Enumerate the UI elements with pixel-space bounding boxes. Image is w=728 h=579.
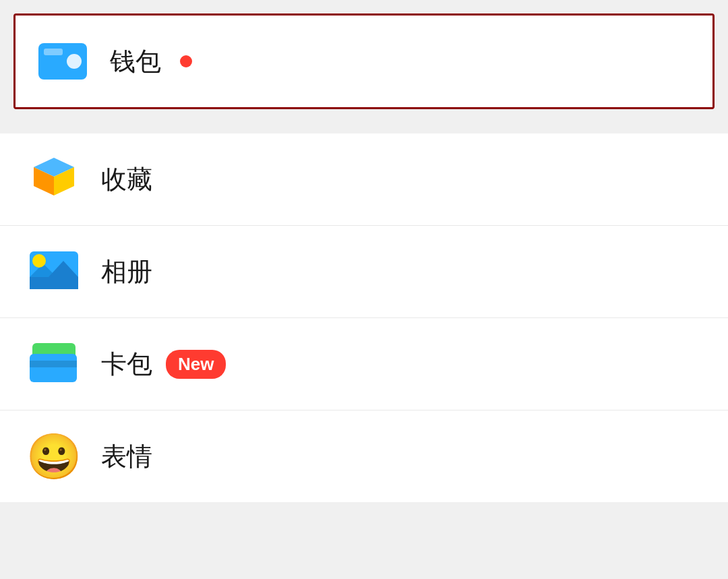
cardpack-label: 卡包 New [101,347,226,382]
svg-rect-9 [30,354,77,382]
wallet-section: 钱包 [13,13,715,109]
wallet-icon [38,43,87,80]
emoji-icon: 😀 [26,434,82,479]
favorites-icon-wrapper [27,152,81,206]
box-icon [30,154,78,205]
cardpack-text: 卡包 [101,347,152,382]
svg-rect-10 [30,361,77,367]
wallet-notification-dot [180,55,192,67]
album-label: 相册 [101,255,152,289]
page-container: 钱包 [0,0,728,579]
album-item[interactable]: 相册 [0,226,728,318]
wallet-menu-item[interactable]: 钱包 [16,16,712,107]
cardpack-item[interactable]: 卡包 New [0,318,728,410]
cardpack-icon-wrapper [27,337,81,391]
emoji-label: 表情 [101,439,152,474]
favorites-label: 收藏 [101,162,152,197]
wallet-label: 钱包 [110,44,192,79]
svg-point-7 [32,254,46,268]
new-badge: New [166,350,226,379]
emoji-text: 表情 [101,439,152,474]
svg-rect-6 [30,277,78,289]
menu-list: 收藏 相册 [0,133,728,502]
favorites-text: 收藏 [101,162,152,197]
wallet-icon-wrapper [36,34,90,88]
album-icon-wrapper [27,245,81,299]
wallet-icon-circle [67,54,82,69]
album-text: 相册 [101,255,152,289]
photo-icon [30,251,78,292]
emoji-item[interactable]: 😀 表情 [0,410,728,502]
wallet-text: 钱包 [110,44,161,79]
emoji-icon-wrapper: 😀 [27,429,81,483]
section-divider [0,121,728,133]
favorites-item[interactable]: 收藏 [0,133,728,226]
cards-icon [30,343,78,385]
